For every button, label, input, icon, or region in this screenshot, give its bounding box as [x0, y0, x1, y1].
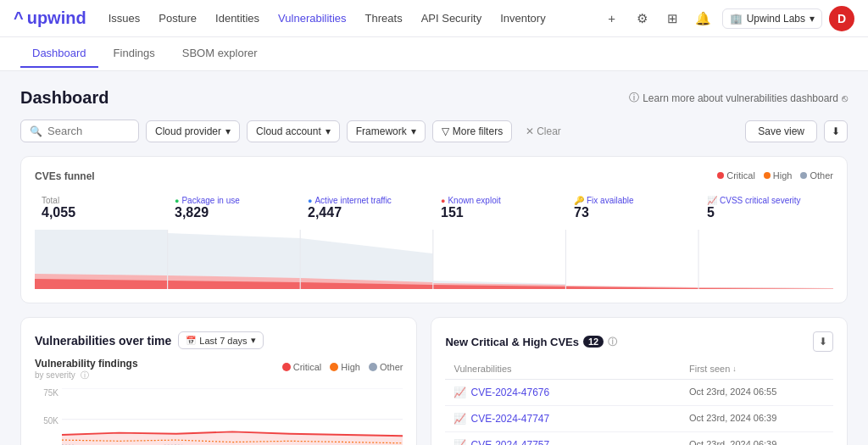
- stage-fix-label: 🔑 Fix available: [574, 196, 693, 205]
- cloud-account-label: Cloud account: [256, 125, 321, 137]
- funnel-stages: Total 4,055 ● Package in use 3,829 ● Act…: [35, 196, 833, 289]
- funnel-header: CVEs funnel Critical High Other: [35, 170, 833, 191]
- stage-exploit-value: 151: [441, 205, 560, 220]
- funnel-stage-cvss: 📈 CVSS critical severity 5: [700, 196, 833, 220]
- chart-info-icon: ⓘ: [81, 370, 89, 380]
- navbar: ^ upwind Issues Posture Identities Vulne…: [0, 0, 868, 37]
- nav-items: Issues Posture Identities Vulnerabilitie…: [100, 8, 597, 28]
- funnel-stage-fix: 🔑 Fix available 73: [567, 196, 700, 220]
- search-box[interactable]: 🔍: [20, 120, 139, 142]
- framework-filter[interactable]: Framework ▾: [347, 120, 426, 142]
- cloud-provider-filter[interactable]: Cloud provider ▾: [146, 120, 240, 142]
- stage-package-label: ● Package in use: [175, 196, 294, 205]
- fix-link[interactable]: Fix available: [587, 196, 634, 205]
- chevron-down-icon: ▾: [326, 125, 331, 137]
- workspace-selector[interactable]: 🏢 Upwind Labs ▾: [722, 8, 822, 29]
- package-link[interactable]: Package in use: [181, 196, 239, 205]
- learn-more-link[interactable]: ⓘ Learn more about vulnerabilities dashb…: [629, 91, 848, 105]
- search-input[interactable]: [47, 125, 130, 137]
- y-axis: 75K 50K 25K 0: [35, 388, 62, 445]
- cloud-account-filter[interactable]: Cloud account ▾: [247, 120, 340, 142]
- legend-other: Other: [369, 362, 403, 372]
- notifications-button[interactable]: 🔔: [692, 7, 715, 31]
- legend-high: High: [330, 362, 360, 372]
- save-view-button[interactable]: Save view: [745, 120, 817, 142]
- cve-link-47757[interactable]: 📈 CVE-2024-47757: [453, 439, 689, 445]
- traffic-icon: ●: [308, 197, 312, 205]
- cve-link-47747[interactable]: 📈 CVE-2024-47747: [453, 413, 689, 425]
- external-link-icon: ⎋: [842, 92, 848, 104]
- tab-sbom[interactable]: SBOM explorer: [170, 40, 270, 68]
- nav-item-inventory[interactable]: Inventory: [492, 8, 554, 28]
- chart-svg-container: Oct 17 Oct 18 Oct 19 Oct 20 Oct 21 Oct 2…: [62, 388, 403, 445]
- add-button[interactable]: +: [600, 7, 624, 31]
- chevron-down-icon: ▾: [225, 125, 231, 137]
- stage-cvss-value: 5: [707, 205, 826, 220]
- funnel-title: CVEs funnel: [35, 170, 95, 182]
- nav-item-api-security[interactable]: API Security: [413, 8, 491, 28]
- sub-tabs: Dashboard Findings SBOM explorer: [0, 37, 868, 71]
- chevron-down-icon: ▾: [251, 335, 256, 346]
- funnel-stage-traffic: ● Active internet traffic 2,447: [301, 196, 434, 220]
- stage-cvss-label: 📈 CVSS critical severity: [707, 196, 826, 205]
- cvss-icon: 📈: [707, 196, 717, 205]
- first-seen-47757: Oct 23rd, 2024 06:39: [689, 439, 825, 445]
- exploit-link[interactable]: Known exploit: [448, 196, 500, 205]
- columns-button[interactable]: ⊞: [661, 7, 685, 31]
- time-period-picker[interactable]: 📅 Last 7 days ▾: [178, 331, 263, 349]
- nav-item-posture[interactable]: Posture: [150, 8, 205, 28]
- nav-item-vulnerabilities[interactable]: Vulnerabilities: [270, 8, 354, 28]
- logo-text: upwind: [27, 8, 86, 28]
- calendar-icon: 📅: [186, 336, 196, 345]
- first-seen-47747: Oct 23rd, 2024 06:39: [689, 413, 825, 425]
- cve-count-badge: 12: [583, 336, 604, 348]
- cve-table-title: New Critical & High CVEs 12 ⓘ: [445, 336, 617, 348]
- package-icon: ●: [175, 197, 179, 205]
- nav-item-issues[interactable]: Issues: [100, 8, 149, 28]
- workspace-name: Upwind Labs: [747, 13, 805, 25]
- tab-dashboard[interactable]: Dashboard: [20, 40, 98, 68]
- building-icon: 🏢: [730, 13, 743, 25]
- more-filters-button[interactable]: ▽ More filters: [432, 120, 512, 142]
- cve-link-47676[interactable]: 📈 CVE-2024-47676: [453, 387, 689, 398]
- nav-item-identities[interactable]: Identities: [207, 8, 268, 28]
- col-first-seen[interactable]: First seen ↓: [689, 364, 825, 374]
- logo-accent: ^: [14, 8, 24, 28]
- app-logo[interactable]: ^ upwind: [14, 8, 86, 28]
- stage-package-value: 3,829: [175, 205, 294, 220]
- download-button[interactable]: ⬇: [824, 120, 848, 142]
- bottom-row: Vulnerabilities over time 📅 Last 7 days …: [20, 317, 848, 445]
- severity-icon: 📈: [453, 413, 466, 425]
- clear-label: Clear: [537, 125, 561, 137]
- chevron-down-icon: ▾: [810, 13, 815, 25]
- chart-legend: Critical High Other: [282, 362, 403, 372]
- fix-icon: 🔑: [574, 196, 584, 205]
- table-row[interactable]: 📈 CVE-2024-47747 Oct 23rd, 2024 06:39: [445, 406, 833, 432]
- funnel-stage-total: Total 4,055: [35, 196, 168, 220]
- col-vulnerabilities[interactable]: Vulnerabilities: [453, 364, 689, 374]
- line-chart-svg: [62, 388, 403, 445]
- cve-funnel-card: CVEs funnel Critical High Other Total 4,…: [20, 156, 848, 303]
- user-avatar[interactable]: D: [829, 6, 854, 31]
- main-content: Dashboard ⓘ Learn more about vulnerabili…: [0, 71, 868, 445]
- filter-icon: ▽: [442, 125, 449, 137]
- clear-filters-button[interactable]: ✕ Clear: [519, 121, 568, 142]
- cvss-link[interactable]: CVSS critical severity: [720, 196, 801, 205]
- legend-critical-color: [282, 363, 291, 371]
- settings-button[interactable]: ⚙: [631, 7, 654, 31]
- cve-cell: 📈 CVE-2024-47747: [453, 413, 689, 425]
- nav-item-threats[interactable]: Threats: [357, 8, 411, 28]
- vuln-over-time-title: Vulnerabilities over time: [35, 334, 171, 348]
- chart-titles: Vulnerability findings by severity ⓘ: [35, 358, 138, 381]
- tab-findings[interactable]: Findings: [102, 40, 167, 68]
- table-download-button[interactable]: ⬇: [813, 331, 833, 352]
- traffic-link[interactable]: Active internet traffic: [314, 196, 391, 205]
- table-row[interactable]: 📈 CVE-2024-47757 Oct 23rd, 2024 06:39: [445, 432, 833, 445]
- stage-total-value: 4,055: [42, 205, 161, 220]
- cve-table-card: New Critical & High CVEs 12 ⓘ ⬇ Vulnerab…: [431, 317, 848, 445]
- search-icon: 🔍: [30, 125, 42, 137]
- legend-high: High: [764, 170, 793, 181]
- stage-exploit-label: ● Known exploit: [441, 196, 560, 205]
- table-row[interactable]: 📈 CVE-2024-47676 Oct 23rd, 2024 06:55: [445, 380, 833, 406]
- table-info-icon[interactable]: ⓘ: [608, 336, 617, 348]
